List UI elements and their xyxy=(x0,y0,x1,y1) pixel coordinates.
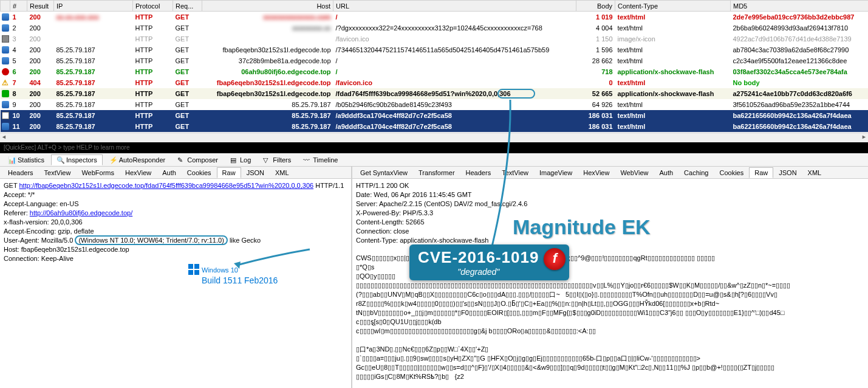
cve-badge: CVE-2016-1019 "degraded" f xyxy=(409,244,569,280)
table-row[interactable]: 820085.25.79.187HTTPGETfbap6eqebn30z152s… xyxy=(1,88,869,99)
timeline-icon: 〰 xyxy=(303,156,310,164)
tab-inspectors[interactable]: 🔍Inspectors xyxy=(51,154,103,165)
col-protocol[interactable]: Protocol xyxy=(133,1,173,12)
col-result[interactable]: Result xyxy=(27,1,54,12)
subtab-webforms[interactable]: WebForms xyxy=(76,167,120,178)
request-subtabs: HeadersTextViewWebFormsHexViewAuthCookie… xyxy=(0,167,351,179)
table-row[interactable]: 1120085.25.79.187HTTPGET85.25.79.187/a9d… xyxy=(1,121,869,132)
tab-filters[interactable]: ▽Filters xyxy=(258,154,296,165)
subtab-headers[interactable]: Headers xyxy=(460,167,497,178)
col-host[interactable]: Host xyxy=(202,1,333,12)
subtab-xml[interactable]: XML xyxy=(802,167,827,178)
col-icon[interactable] xyxy=(1,1,10,12)
subtab-imageview[interactable]: ImageView xyxy=(534,167,578,178)
autoresponder-icon: ⚡ xyxy=(109,156,117,164)
subtab-cookies[interactable]: Cookies xyxy=(182,167,217,178)
blue-icon xyxy=(2,46,9,54)
annotation-title: Magnitude EK xyxy=(513,215,651,239)
ua-highlight: (Windows NT 10.0; WOW64; Trident/7.0; rv… xyxy=(75,235,227,245)
subtab-cookies[interactable]: Cookies xyxy=(714,167,749,178)
table-row[interactable]: 920085.25.79.187HTTPGET85.25.79.187/b05b… xyxy=(1,99,869,110)
warning-icon: ⚠ xyxy=(2,78,9,87)
doc-icon xyxy=(2,112,9,119)
subtab-webview[interactable]: WebView xyxy=(615,167,654,178)
column-header-row: # Result IP Protocol Req... Host URL Bod… xyxy=(1,1,869,12)
tab-log[interactable]: ▤Log xyxy=(225,154,256,165)
win10-annotation: Windows 10 Build 1511 Feb2016 xyxy=(188,263,278,285)
table-row[interactable]: 1020085.25.79.187HTTPGET85.25.79.187/a9d… xyxy=(1,110,869,121)
col-url[interactable]: URL xyxy=(333,1,576,12)
col-md5[interactable]: MD5 xyxy=(731,1,869,12)
img-icon xyxy=(2,35,9,43)
subtab-raw[interactable]: Raw xyxy=(217,167,241,178)
table-row[interactable]: ⚠740485.25.79.187HTTPGETfbap6eqebn30z152… xyxy=(1,77,869,88)
blue-icon xyxy=(2,13,9,21)
session-table: # Result IP Protocol Req... Host URL Bod… xyxy=(0,0,868,132)
response-subtabs: Get SyntaxViewTransformerHeadersTextView… xyxy=(352,167,868,179)
blue-icon xyxy=(2,24,9,32)
flash-logo-icon: f xyxy=(544,248,566,270)
blue-icon xyxy=(2,101,9,108)
tab-timeline[interactable]: 〰Timeline xyxy=(298,154,343,165)
col-ip[interactable]: IP xyxy=(54,1,133,12)
col-body[interactable]: Body xyxy=(576,1,615,12)
filters-icon: ▽ xyxy=(263,156,270,164)
tab-autoresponder[interactable]: ⚡AutoResponder xyxy=(104,154,171,165)
cve-note: "degraded" xyxy=(418,267,539,277)
request-list: # Result IP Protocol Req... Host URL Bod… xyxy=(0,0,868,133)
cve-id: CVE-2016-1019 xyxy=(418,248,539,267)
subtab-raw[interactable]: Raw xyxy=(749,167,773,178)
subtab-get-syntaxview[interactable]: Get SyntaxView xyxy=(355,167,413,178)
subtab-headers[interactable]: Headers xyxy=(2,167,39,178)
subtab-auth[interactable]: Auth xyxy=(654,167,678,178)
blue-icon xyxy=(2,57,9,64)
subtab-transformer[interactable]: Transformer xyxy=(413,167,460,178)
tab-statistics[interactable]: 📊Statistics xyxy=(2,154,50,165)
request-url-link[interactable]: http://fbap6eqebn30z152s1l.edgecode.top/… xyxy=(19,182,313,189)
flash-g-icon xyxy=(2,90,9,97)
statistics-icon: 📊 xyxy=(8,156,15,164)
request-pane: HeadersTextViewWebFormsHexViewAuthCookie… xyxy=(0,167,352,388)
col-num[interactable]: # xyxy=(10,1,27,12)
subtab-auth[interactable]: Auth xyxy=(157,167,182,178)
request-raw[interactable]: GET http://fbap6eqebn30z152s1l.edgecode.… xyxy=(0,179,351,388)
subtab-xml[interactable]: XML xyxy=(270,167,295,178)
subtab-hexview[interactable]: HexView xyxy=(120,167,157,178)
horizontal-scrollbar[interactable] xyxy=(0,133,868,142)
table-row[interactable]: 2200HTTPGETxxxxxxxxx.xx/?dgxxxxxxxxx322=… xyxy=(1,23,869,33)
log-icon: ▤ xyxy=(230,156,238,164)
inspectors-icon: 🔍 xyxy=(56,156,64,164)
table-row[interactable]: 1200xx.xx.xxx.xxxHTTPGETxxxxxxxxxxxxxx.c… xyxy=(1,12,869,23)
windows-icon xyxy=(188,264,199,275)
tab-composer[interactable]: ✎Composer xyxy=(172,154,224,165)
inspector-main-tabs: 📊Statistics🔍Inspectors⚡AutoResponder✎Com… xyxy=(0,153,868,167)
composer-icon: ✎ xyxy=(177,156,185,164)
subtab-hexview[interactable]: HexView xyxy=(578,167,615,178)
subtab-json[interactable]: JSON xyxy=(773,167,802,178)
table-row[interactable]: 520085.25.79.187HTTPGET37c28b9mbe81a.edg… xyxy=(1,55,869,66)
table-row[interactable]: 420085.25.79.187HTTPGETfbap6eqebn30z152s… xyxy=(1,44,869,55)
col-content-type[interactable]: Content-Type xyxy=(615,1,731,12)
quickexec-bar[interactable]: [QuickExec] ALT+Q > type HELP to learn m… xyxy=(0,142,868,153)
table-row[interactable]: 3200HTTPGET/favicon.ico1 150image/x-icon… xyxy=(1,33,869,44)
subtab-json[interactable]: JSON xyxy=(241,167,270,178)
response-raw[interactable]: HTTP/1.1 200 OK Date: Wed, 06 Apr 2016 1… xyxy=(352,179,868,388)
blue-icon xyxy=(2,123,9,130)
subtab-textview[interactable]: TextView xyxy=(39,167,77,178)
referer-link[interactable]: http://06ah9u80ifj6o.edgecode.top/ xyxy=(30,209,132,217)
subtab-caching[interactable]: Caching xyxy=(678,167,714,178)
table-row[interactable]: 620085.25.79.187HTTPGET06ah9u80ifj6o.edg… xyxy=(1,66,869,77)
subtab-textview[interactable]: TextView xyxy=(496,167,534,178)
flash-r-icon xyxy=(2,68,9,75)
col-method[interactable]: Req... xyxy=(173,1,202,12)
